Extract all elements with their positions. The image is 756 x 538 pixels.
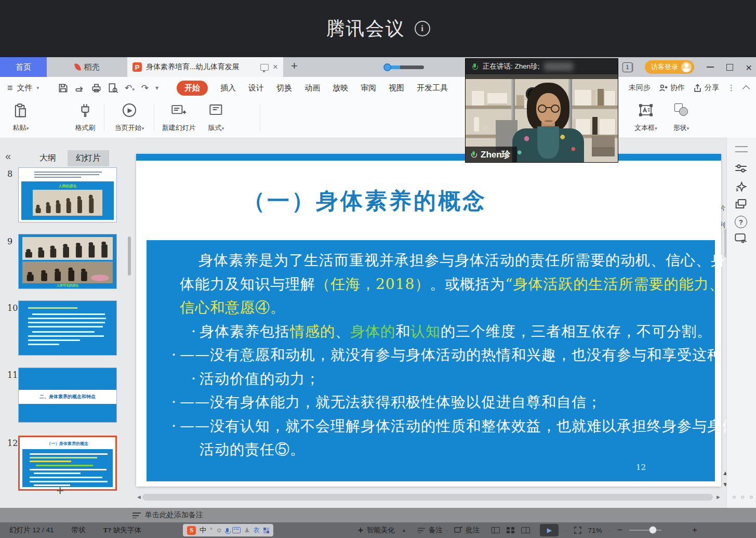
file-menu[interactable]: 文件 xyxy=(17,83,33,93)
tab-home[interactable]: 首页 xyxy=(0,57,47,77)
restore-button[interactable] xyxy=(726,64,733,71)
horizontal-scrollbar[interactable]: ◄ ► xyxy=(136,493,721,502)
zoom-level[interactable]: 71% xyxy=(588,527,602,534)
tab-review[interactable]: 审阅 xyxy=(361,83,376,93)
fit-slide-button[interactable] xyxy=(574,527,581,534)
settings-sliders-icon[interactable] xyxy=(735,163,747,174)
more-commands-icon[interactable]: ▾ xyxy=(155,84,158,91)
undo-icon[interactable]: ↶▾ xyxy=(125,83,135,94)
ime-toolbar[interactable]: S 中 ° ☺ ♟ 衣 xyxy=(183,524,273,536)
add-slide-button[interactable]: + xyxy=(56,482,64,498)
zoom-slider[interactable] xyxy=(629,530,661,531)
tab-insert[interactable]: 插入 xyxy=(220,83,236,93)
new-tab-button[interactable]: + xyxy=(291,59,298,73)
meeting-video-overlay[interactable]: 正在讲话: Zhen珍; xyxy=(465,58,618,163)
export-icon[interactable] xyxy=(75,83,85,93)
panel-resize-dots[interactable]: ○ ○ ○ xyxy=(732,493,754,501)
save-icon[interactable] xyxy=(58,83,68,93)
collaborate-button[interactable]: 协作 xyxy=(659,83,685,93)
notes-bar[interactable]: 单击此处添加备注 xyxy=(0,508,756,522)
print-icon[interactable] xyxy=(91,83,101,93)
collapse-ribbon-icon[interactable] xyxy=(742,85,750,93)
normal-view-button[interactable] xyxy=(492,527,500,533)
ime-settings-icon[interactable]: ° xyxy=(210,527,213,534)
reading-view-button[interactable] xyxy=(521,527,530,533)
tab-document[interactable]: P 身体素养培育...幼儿体育发展 × xyxy=(127,57,283,77)
brightness-slider[interactable] xyxy=(383,63,425,71)
beautify-expand-icon[interactable]: ▲ xyxy=(402,528,406,533)
effects-star-icon[interactable] xyxy=(735,180,747,193)
shapes-button[interactable]: 形状▾ xyxy=(667,101,695,135)
missing-fonts-button[interactable]: T? 缺失字体 xyxy=(103,526,142,535)
scroll-left-icon[interactable]: ◄ xyxy=(136,494,142,500)
slide-text-line: ·——没有意愿和动机，就没有参与身体活动的热情和兴趣，也没有参与和享受这种 xyxy=(167,343,700,367)
slide-thumbnail-8[interactable]: 人类的进化 xyxy=(18,167,117,222)
more-options-icon[interactable]: ⋮ xyxy=(727,83,735,93)
tab-transition[interactable]: 切换 xyxy=(276,83,292,93)
zoom-out-button[interactable]: − xyxy=(617,525,622,535)
slide-page-number: 12 xyxy=(636,463,646,472)
guest-login-button[interactable]: 访客登录 xyxy=(645,60,694,74)
menu-icon[interactable]: ≡ xyxy=(7,83,13,94)
minimize-button[interactable] xyxy=(707,67,714,68)
zoom-slider-knob[interactable] xyxy=(649,526,657,534)
keyboard-icon[interactable] xyxy=(232,527,241,533)
slide-title: （一）身体素养的概念 xyxy=(243,186,487,216)
voice-input-icon[interactable] xyxy=(226,528,229,532)
play-options-dot[interactable]: · xyxy=(565,528,567,533)
sidebar-scrollbar[interactable] xyxy=(128,237,131,275)
play-slideshow-button[interactable]: ▶ xyxy=(540,524,559,536)
missing-font-icon: T? xyxy=(103,526,112,534)
skin-theme-icon[interactable] xyxy=(735,232,748,244)
ime-mode-chinese[interactable]: 中 xyxy=(200,526,206,535)
redo-icon[interactable]: ↷ xyxy=(141,83,149,94)
close-tab-icon[interactable]: × xyxy=(273,62,278,72)
slide-thumbnail-9[interactable]: 人类可见的进化 xyxy=(18,234,117,289)
tab-slides[interactable]: 幻灯片 xyxy=(68,150,109,166)
share-button[interactable]: 分享 xyxy=(693,83,719,93)
tab-devtools[interactable]: 开发工具 xyxy=(417,83,448,93)
tab-outline[interactable]: 大纲 xyxy=(31,150,64,166)
switch-window-icon[interactable] xyxy=(735,198,747,209)
zoom-in-button[interactable]: + xyxy=(692,525,697,535)
scroll-right-icon[interactable]: ► xyxy=(715,494,721,500)
slider-knob[interactable] xyxy=(383,63,391,71)
sogou-icon[interactable]: S xyxy=(187,526,196,535)
print-preview-icon[interactable] xyxy=(108,83,118,93)
skin-clothes-icon[interactable]: 衣 xyxy=(254,526,260,535)
person-icon[interactable]: ♟ xyxy=(244,527,250,534)
close-button[interactable]: × xyxy=(746,62,752,73)
tab-docer[interactable]: 稻壳 xyxy=(47,57,127,77)
theme-name[interactable]: 带状 xyxy=(72,526,86,535)
slide-thumbnail-12[interactable]: （一）身体素养的概念 xyxy=(18,436,117,491)
paste-button[interactable]: 粘贴▾ xyxy=(6,101,35,135)
layout-button[interactable]: 版式▾ xyxy=(204,101,229,135)
tab-view[interactable]: 视图 xyxy=(389,83,404,93)
glasses xyxy=(538,104,560,114)
new-slide-button[interactable]: 新建幻灯片 xyxy=(156,101,202,135)
info-icon[interactable]: i xyxy=(415,21,430,36)
slide-thumbnail-10[interactable] xyxy=(18,300,117,356)
emoji-icon[interactable]: ☺ xyxy=(216,527,222,534)
slide-canvas[interactable]: （一）身体素养的概念 身体素养是为了生活而重视并承担参与身体活动的责任所需要的动… xyxy=(136,154,721,487)
notes-toggle-button[interactable]: 备注· xyxy=(417,526,447,535)
beautify-button[interactable]: 智能美化 xyxy=(357,526,395,535)
tab-design[interactable]: 设计 xyxy=(248,83,264,93)
textbox-button[interactable]: 文本框▾ xyxy=(630,101,662,135)
tab-start[interactable]: 开始 xyxy=(177,81,208,96)
monitor-icon[interactable] xyxy=(260,64,269,71)
open-documents-badge[interactable]: 1 xyxy=(622,62,632,72)
play-from-current-button[interactable]: ▶ 当页开始▾ xyxy=(107,101,152,135)
slide-sorter-view-button[interactable] xyxy=(507,527,514,533)
slide-thumbnail-11[interactable]: 二、身体素养的概念和特点 xyxy=(18,368,117,423)
help-icon[interactable]: ? xyxy=(735,216,747,228)
panel-handle-icon[interactable] xyxy=(735,146,748,152)
tab-animation[interactable]: 动画 xyxy=(304,83,320,93)
tab-slideshow[interactable]: 放映 xyxy=(333,83,348,93)
comments-button[interactable]: 批注 xyxy=(454,526,480,535)
sync-status[interactable]: 未同步 xyxy=(629,83,651,93)
collapse-sidebar-button[interactable]: « xyxy=(5,150,11,162)
horizontal-scroll-thumb[interactable] xyxy=(142,494,713,501)
format-painter-button[interactable]: 格式刷 xyxy=(70,101,101,135)
ime-grid-icon[interactable] xyxy=(263,528,269,533)
